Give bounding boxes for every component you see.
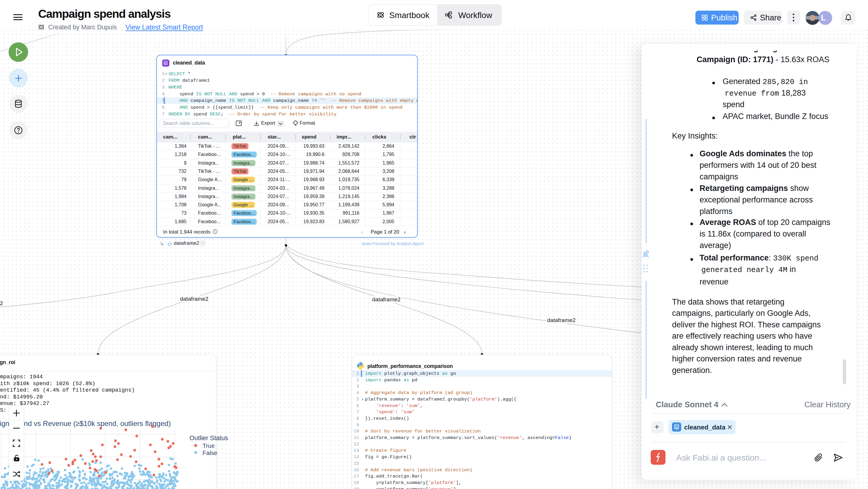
svg-text:SQL: SQL: [674, 427, 679, 429]
